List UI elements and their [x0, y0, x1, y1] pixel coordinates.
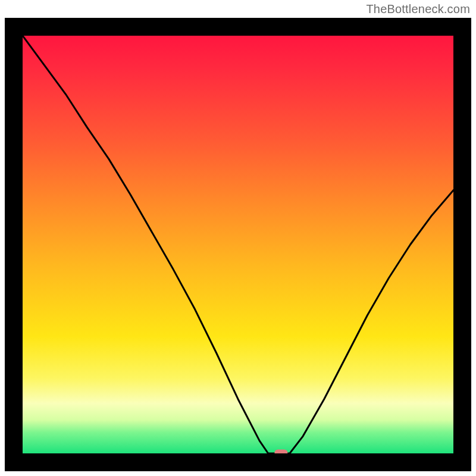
chart-stage: TheBottleneck.com: [0, 0, 476, 476]
watermark-text: TheBottleneck.com: [366, 2, 470, 16]
chart-frame: [5, 18, 471, 471]
